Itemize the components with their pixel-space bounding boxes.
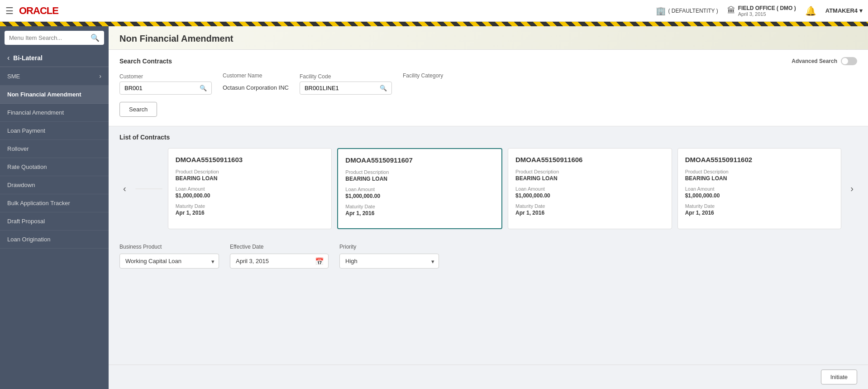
maturity-date-label: Maturity Date bbox=[685, 203, 834, 209]
sidebar-item-loan-payment[interactable]: Loan Payment bbox=[0, 122, 109, 140]
sidebar-item-draft-proposal[interactable]: Draft Proposal bbox=[0, 212, 109, 231]
search-button[interactable]: Search bbox=[119, 102, 157, 117]
customer-input[interactable] bbox=[124, 85, 197, 91]
contract-id: DMOAA55150911602 bbox=[685, 156, 834, 163]
loan-amount-value: $1,000,000.00 bbox=[515, 192, 664, 199]
business-product-group: Business Product Working Capital Loan Te… bbox=[119, 244, 219, 269]
sidebar-item-arrow-icon: › bbox=[99, 72, 101, 80]
sidebar-item-label: Rate Quotation bbox=[7, 163, 47, 170]
facility-code-input[interactable] bbox=[305, 85, 377, 91]
user-dropdown-icon: ▾ bbox=[859, 7, 863, 14]
product-desc-label: Product Description bbox=[345, 169, 494, 175]
product-desc-label: Product Description bbox=[176, 169, 324, 174]
maturity-date-value: Apr 1, 2016 bbox=[515, 210, 664, 216]
business-product-label: Business Product bbox=[119, 244, 219, 250]
product-desc-label: Product Description bbox=[685, 169, 834, 174]
maturity-date-value: Apr 1, 2016 bbox=[685, 210, 834, 216]
sidebar-item-label: Drawdown bbox=[7, 182, 35, 188]
customer-search-icon[interactable]: 🔍 bbox=[200, 85, 207, 91]
contract-card-1[interactable]: DMOAA55150911603 Product Description BEA… bbox=[168, 148, 332, 229]
facility-code-input-wrap: 🔍 bbox=[300, 82, 392, 95]
warning-bar bbox=[0, 22, 868, 26]
menu-search-input[interactable] bbox=[9, 34, 88, 41]
page-header: Non Financial Amendment bbox=[109, 26, 868, 50]
priority-group: Priority High Medium Low bbox=[339, 244, 439, 269]
contract-card-4[interactable]: DMOAA55150911602 Product Description BEA… bbox=[677, 148, 842, 229]
field-office-block: 🏛 FIELD OFFICE ( DMO ) April 3, 2015 bbox=[727, 5, 796, 17]
facility-code-label: Facility Code bbox=[300, 73, 392, 80]
product-desc-value: BEARING LOAN bbox=[176, 175, 324, 182]
initiate-button[interactable]: Initiate bbox=[821, 370, 857, 384]
sidebar-item-label: Loan Origination bbox=[7, 236, 50, 243]
sidebar-item-non-financial-amendment[interactable]: Non Financial Amendment bbox=[0, 86, 109, 104]
sidebar-item-loan-origination[interactable]: Loan Origination bbox=[0, 231, 109, 249]
entity-label: ( DEFAULTENTITY ) bbox=[668, 8, 718, 14]
maturity-date-label: Maturity Date bbox=[176, 203, 324, 209]
carousel-prev-icon[interactable]: ‹ bbox=[119, 180, 130, 197]
priority-select[interactable]: High Medium Low bbox=[339, 254, 439, 269]
sidebar-item-label: Rollover bbox=[7, 145, 29, 152]
customer-name-value: Octasun Corporation INC bbox=[223, 81, 289, 95]
contract-id: DMOAA55150911603 bbox=[176, 156, 324, 163]
sidebar-item-label: Loan Payment bbox=[7, 127, 45, 134]
maturity-date-value: Apr 1, 2016 bbox=[345, 210, 494, 216]
bottom-form: Business Product Working Capital Loan Te… bbox=[109, 236, 868, 276]
hamburger-icon[interactable]: ☰ bbox=[5, 5, 14, 16]
priority-select-wrap: High Medium Low bbox=[339, 254, 439, 269]
sidebar-back-button[interactable]: ‹ Bi-Lateral bbox=[0, 49, 109, 67]
back-arrow-icon: ‹ bbox=[7, 54, 10, 62]
loan-amount-label: Loan Amount bbox=[176, 186, 324, 192]
sidebar-item-rate-quotation[interactable]: Rate Quotation bbox=[0, 158, 109, 176]
list-of-contracts-title: List of Contracts bbox=[119, 134, 857, 141]
sidebar: 🔍 ‹ Bi-Lateral SME › Non Financial Amend… bbox=[0, 26, 109, 389]
product-desc-value: BEARING LOAN bbox=[345, 176, 494, 182]
search-contracts-panel: Search Contracts Advanced Search Custome… bbox=[109, 50, 868, 126]
notifications-bell-icon[interactable]: 🔔 bbox=[805, 5, 816, 16]
loan-amount-value: $1,000,000.00 bbox=[345, 193, 494, 199]
sidebar-search-container[interactable]: 🔍 bbox=[5, 31, 104, 45]
entity-block: 🏢 ( DEFAULTENTITY ) bbox=[656, 6, 718, 16]
product-desc-value: BEARING LOAN bbox=[685, 175, 834, 182]
product-desc-value: BEARING LOAN bbox=[515, 175, 664, 182]
loan-amount-label: Loan Amount bbox=[515, 186, 664, 192]
effective-date-input[interactable] bbox=[230, 254, 329, 269]
content-area: Search Contracts Advanced Search Custome… bbox=[109, 50, 868, 365]
sidebar-item-label: Non Financial Amendment bbox=[7, 91, 81, 98]
maturity-date-label: Maturity Date bbox=[345, 204, 494, 209]
effective-date-label: Effective Date bbox=[230, 244, 329, 250]
sidebar-item-sme[interactable]: SME › bbox=[0, 67, 109, 86]
sidebar-item-rollover[interactable]: Rollover bbox=[0, 140, 109, 158]
username-label: ATMAKER4 bbox=[825, 7, 858, 14]
product-desc-label: Product Description bbox=[515, 169, 664, 174]
facility-code-search-icon[interactable]: 🔍 bbox=[380, 85, 387, 91]
loan-amount-value: $1,000,000.00 bbox=[685, 192, 834, 199]
field-office-icon: 🏛 bbox=[727, 6, 735, 15]
contract-card-3[interactable]: DMOAA55150911606 Product Description BEA… bbox=[508, 148, 672, 229]
footer: Initiate bbox=[109, 365, 868, 389]
customer-label: Customer bbox=[119, 73, 212, 80]
sidebar-item-drawdown[interactable]: Drawdown bbox=[0, 176, 109, 194]
customer-name-label: Customer Name bbox=[223, 72, 289, 79]
sidebar-item-label: SME bbox=[7, 73, 20, 80]
sidebar-item-financial-amendment[interactable]: Financial Amendment bbox=[0, 104, 109, 122]
contracts-panel: List of Contracts ‹ DMOAA55150911603 Pro… bbox=[109, 126, 868, 236]
oracle-logo: ORACLE bbox=[19, 5, 656, 17]
carousel-next-icon[interactable]: › bbox=[847, 180, 857, 197]
customer-name-field-group: Customer Name Octasun Corporation INC bbox=[223, 72, 289, 95]
effective-date-wrap: 📅 bbox=[230, 254, 329, 269]
contract-card-2[interactable]: DMOAA55150911607 Product Description BEA… bbox=[337, 148, 502, 229]
user-menu[interactable]: ATMAKER4 ▾ bbox=[825, 7, 863, 14]
sidebar-item-bulk-application-tracker[interactable]: Bulk Application Tracker bbox=[0, 194, 109, 212]
contracts-list: DMOAA55150911603 Product Description BEA… bbox=[168, 148, 842, 229]
loan-amount-value: $1,000,000.00 bbox=[176, 192, 324, 199]
empty-placeholder-card bbox=[135, 188, 162, 189]
business-product-select-wrap: Working Capital Loan Term Loan Revolving… bbox=[119, 254, 219, 269]
business-product-select[interactable]: Working Capital Loan Term Loan Revolving… bbox=[119, 254, 219, 269]
facility-category-label: Facility Category bbox=[403, 72, 443, 79]
contract-id: DMOAA55150911606 bbox=[515, 156, 664, 163]
loan-amount-label: Loan Amount bbox=[685, 186, 834, 192]
sidebar-item-label: Draft Proposal bbox=[7, 218, 45, 225]
advanced-search-toggle[interactable] bbox=[841, 57, 857, 65]
facility-category-field-group: Facility Category bbox=[403, 72, 443, 95]
loan-amount-label: Loan Amount bbox=[345, 187, 494, 192]
